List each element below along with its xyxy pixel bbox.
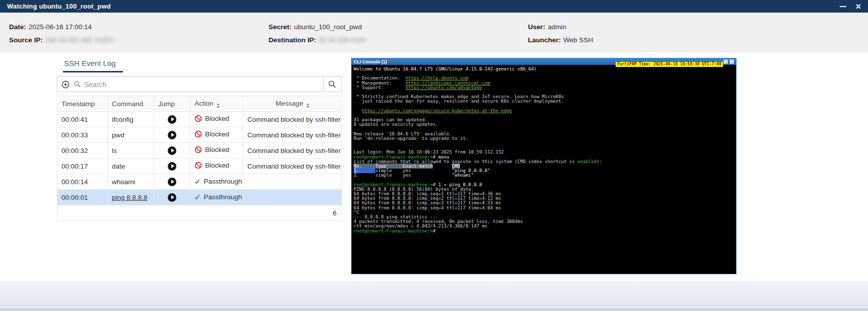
- date-value: 2025-06-16 17:00:14: [29, 23, 92, 31]
- blocked-icon: [194, 162, 202, 169]
- cell-timestamp: 00:00:01: [57, 190, 108, 205]
- column-header-message[interactable]: Message: [243, 96, 342, 112]
- blocked-icon: [194, 115, 202, 122]
- fortipam-time-banner: FortiPAM Time: 2025-06-16 16:59:38 UTC-7…: [616, 62, 723, 67]
- fullscreen-icon[interactable]: [723, 59, 728, 64]
- cell-command: whoami: [108, 174, 154, 190]
- session-user: User:admin: [528, 21, 593, 34]
- cell-message: Command blocked by ssh-filter: [243, 159, 342, 174]
- cell-action: ✓Passthrough: [190, 190, 243, 205]
- cell-command: ls: [108, 143, 154, 159]
- session-source-ip: Source IP:000.00.000.000 00000: [9, 34, 113, 47]
- sort-icon[interactable]: [217, 103, 220, 108]
- column-header-command: Command: [108, 96, 154, 112]
- row-count: 6: [57, 205, 342, 221]
- cell-command: pwd: [108, 127, 154, 143]
- add-filter-icon[interactable]: [61, 81, 70, 89]
- cell-timestamp: 00:00:14: [57, 174, 108, 190]
- session-date: Date:2025-06-16 17:00:14: [9, 21, 113, 34]
- cell-action: Blocked: [190, 112, 243, 127]
- check-icon: ✓: [194, 193, 201, 201]
- terminal[interactable]: Welcome to Ubuntu 16.04.7 LTS (GNU/Linux…: [352, 65, 736, 274]
- secret-label: Secret:: [269, 23, 292, 31]
- close-icon[interactable]: ×: [855, 2, 861, 11]
- action-label: Passthrough: [204, 193, 242, 201]
- event-log-row[interactable]: 00:00:14whoami✓Passthrough: [57, 174, 342, 190]
- event-log-row[interactable]: 00:00:17dateBlockedCommand blocked by ss…: [57, 159, 342, 174]
- cell-jump: [154, 112, 190, 127]
- cell-command[interactable]: ping 8.8.8.8: [108, 190, 154, 205]
- watch-session-window: Watching ubuntu_100_root_pwd × Date:2025…: [0, 0, 868, 311]
- minimize-icon[interactable]: [840, 6, 846, 7]
- date-label: Date:: [9, 23, 26, 31]
- tab-ssh-event-log[interactable]: SSH Event Log: [63, 57, 123, 72]
- column-header-timestamp: Timestamp: [57, 96, 108, 112]
- cell-command: ifconfig: [108, 112, 154, 127]
- cell-command: date: [108, 159, 154, 174]
- jump-play-button[interactable]: [168, 131, 176, 139]
- cell-jump: [154, 190, 190, 205]
- cell-jump: [154, 174, 190, 190]
- action-label: Passthrough: [204, 178, 242, 185]
- blocked-icon: [194, 130, 202, 138]
- event-log-footer-row: 6: [57, 205, 342, 221]
- search-button[interactable]: [323, 77, 341, 92]
- cell-action: Blocked: [190, 127, 243, 143]
- blocked-icon: [194, 146, 202, 153]
- cell-action: Blocked: [190, 159, 243, 174]
- column-header-action[interactable]: Action: [190, 96, 243, 112]
- cell-timestamp: 00:00:32: [57, 143, 108, 159]
- search-input[interactable]: [84, 81, 323, 89]
- cell-message: Command blocked by ssh-filter: [243, 143, 342, 159]
- cell-message: [243, 174, 342, 190]
- event-log-row[interactable]: 00:00:01ping 8.8.8.8✓Passthrough: [57, 190, 342, 205]
- launcher-value: Web SSH: [563, 36, 593, 44]
- source-ip-label: Source IP:: [9, 36, 43, 44]
- session-launcher: Launcher:Web SSH: [528, 34, 593, 47]
- user-label: User:: [528, 23, 546, 31]
- cell-timestamp: 00:00:33: [57, 127, 108, 143]
- cell-timestamp: 00:00:17: [57, 159, 108, 174]
- command-link: ping 8.8.8.8: [112, 194, 148, 201]
- user-value: admin: [548, 23, 567, 31]
- window-titlebar: Watching ubuntu_100_root_pwd ×: [0, 0, 868, 13]
- destination-ip-redacted-value: 00.00.000.0000: [319, 36, 366, 44]
- action-label: Blocked: [205, 146, 229, 153]
- event-log-row[interactable]: 00:00:33pwdBlockedCommand blocked by ssh…: [57, 127, 342, 143]
- cell-jump: [154, 127, 190, 143]
- event-log-header-row: TimestampCommandJumpActionMessage: [57, 96, 342, 112]
- cell-message: Command blocked by ssh-filter: [243, 112, 342, 127]
- cli-console-window: CLI Console (1) FortiPAM Time: 2025-06-1…: [351, 58, 737, 274]
- page-footer-strip: [0, 281, 868, 311]
- cell-message: [243, 190, 342, 205]
- secret-value: ubuntu_100_root_pwd: [294, 23, 362, 31]
- jump-play-button[interactable]: [168, 146, 176, 155]
- sort-icon[interactable]: [306, 103, 309, 108]
- check-icon: ✓: [194, 178, 201, 185]
- source-ip-redacted-value: 000.00.000.000 00000: [45, 36, 113, 44]
- event-log-row[interactable]: 00:00:41ifconfigBlockedCommand blocked b…: [57, 112, 342, 127]
- jump-play-button[interactable]: [168, 162, 176, 171]
- event-log-row[interactable]: 00:00:32lsBlockedCommand blocked by ssh-…: [57, 143, 342, 159]
- window-title: Watching ubuntu_100_root_pwd: [7, 3, 111, 10]
- cell-action: Blocked: [190, 143, 243, 159]
- action-label: Blocked: [205, 162, 229, 169]
- jump-play-button[interactable]: [168, 193, 176, 202]
- action-label: Blocked: [205, 115, 229, 122]
- jump-play-button[interactable]: [168, 178, 176, 186]
- search-icon: [74, 81, 81, 88]
- cell-jump: [154, 143, 190, 159]
- launcher-label: Launcher:: [528, 36, 561, 44]
- event-log-body: 00:00:41ifconfigBlockedCommand blocked b…: [57, 112, 342, 205]
- jump-play-button[interactable]: [168, 115, 176, 124]
- column-header-jump: Jump: [154, 96, 190, 112]
- cell-timestamp: 00:00:41: [57, 112, 108, 127]
- popout-icon[interactable]: [729, 59, 734, 64]
- cell-message: Command blocked by ssh-filter: [243, 127, 342, 143]
- search-bar[interactable]: [57, 76, 342, 92]
- ssh-event-log-panel: SSH Event Log TimestampCommandJumpAction…: [57, 57, 342, 221]
- cell-action: ✓Passthrough: [190, 174, 243, 190]
- action-label: Blocked: [205, 130, 229, 138]
- session-destination-ip: Destination IP:00.00.000.0000: [269, 34, 366, 47]
- event-log-table: TimestampCommandJumpActionMessage 00:00:…: [57, 96, 342, 221]
